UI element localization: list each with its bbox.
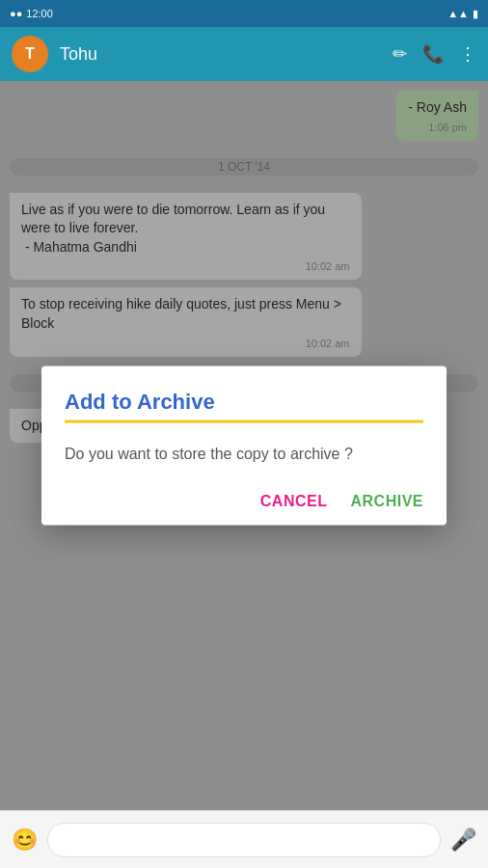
battery-icon: ▮ (473, 8, 478, 20)
chat-area: - Roy Ash 1:06 pm 1 OCT '14 Live as if y… (0, 81, 488, 810)
status-bar: ●● 12:00 ▲▲ ▮ (0, 0, 488, 27)
avatar-initial: T (25, 45, 35, 63)
dialog-buttons: CANCEL ARCHIVE (65, 493, 423, 510)
app-container: ●● 12:00 ▲▲ ▮ T Tohu ✏ 📞 ⋮ - Roy Ash 1:0… (0, 0, 488, 868)
emoji-icon[interactable]: 😊 (12, 827, 38, 853)
more-icon[interactable]: ⋮ (459, 43, 476, 65)
edit-icon[interactable]: ✏ (393, 43, 407, 65)
archive-button[interactable]: ARCHIVE (350, 493, 423, 510)
time-icon: 12:00 (26, 8, 53, 19)
mic-icon[interactable]: 🎤 (450, 827, 476, 853)
nav-title: Tohu (60, 44, 381, 65)
bottom-bar: 😊 🎤 (0, 810, 488, 868)
cancel-button[interactable]: CANCEL (260, 493, 328, 510)
wifi-icon: ▲▲ (447, 8, 469, 19)
dialog-title: Add to Archive (65, 390, 423, 415)
dialog-divider (65, 420, 423, 423)
add-to-archive-dialog: Add to Archive Do you want to store the … (41, 366, 447, 526)
message-input[interactable] (47, 823, 441, 857)
nav-bar: T Tohu ✏ 📞 ⋮ (0, 27, 488, 81)
status-bar-right: ▲▲ ▮ (447, 8, 478, 20)
status-bar-left: ●● 12:00 (10, 8, 53, 19)
dialog-message: Do you want to store the copy to archive… (65, 443, 423, 466)
call-icon[interactable]: 📞 (422, 43, 444, 65)
nav-icons: ✏ 📞 ⋮ (393, 43, 476, 65)
avatar[interactable]: T (12, 36, 48, 72)
signal-icon: ●● (10, 8, 22, 19)
